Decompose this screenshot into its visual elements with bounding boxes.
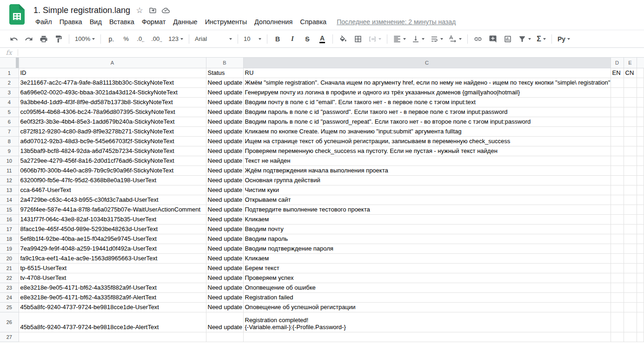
row-header-5[interactable]: 5: [0, 107, 19, 117]
row-header-13[interactable]: 13: [0, 185, 19, 195]
row-header-23[interactable]: 23: [0, 283, 19, 292]
row-header-2[interactable]: 2: [0, 78, 19, 87]
cell-F9[interactable]: [637, 146, 644, 156]
cell-A13[interactable]: cca-6467-UserText: [19, 185, 206, 195]
cell-B15[interactable]: Need update: [206, 205, 243, 214]
insert-comment-button[interactable]: [487, 33, 499, 45]
cell-A15[interactable]: 9726f4ee-587e-441a-87f8-fa6a0275b07e-Wai…: [19, 205, 206, 214]
font-family-select[interactable]: Arial: [193, 33, 233, 45]
cell-C4[interactable]: Вводим почту в поле с id "email". Если т…: [243, 97, 611, 107]
cell-A18[interactable]: 5ef8b1f4-92be-40ba-ae15-f04a295e9745-Use…: [19, 234, 206, 244]
last-edited-link[interactable]: Последнее изменение: 2 минуты назад: [337, 18, 456, 26]
cell-F26[interactable]: [637, 312, 644, 332]
row-header-19[interactable]: 19: [0, 244, 19, 253]
cell-F18[interactable]: [637, 234, 644, 244]
cell-E11[interactable]: [624, 165, 637, 175]
star-icon[interactable]: ☆: [134, 5, 145, 16]
column-header-C[interactable]: C: [243, 58, 611, 68]
cell-D14[interactable]: [611, 195, 624, 205]
cell-A23[interactable]: e8e3218e-9e05-4171-bf62-4a335f882a9f-Use…: [19, 283, 206, 292]
italic-button[interactable]: I: [286, 33, 299, 45]
cell-C24[interactable]: Registration failed: [243, 292, 611, 302]
cell-F13[interactable]: [637, 185, 644, 195]
cell-C23[interactable]: Опопвещение об ошибке: [243, 283, 611, 292]
cell-D12[interactable]: [611, 175, 624, 185]
cell-E6[interactable]: [624, 117, 637, 126]
column-header-A[interactable]: A: [19, 58, 206, 68]
cell-C17[interactable]: Вводим почту: [243, 224, 611, 234]
cell-A21[interactable]: tp-6515-UserText: [19, 263, 206, 273]
cell-A14[interactable]: 2a4729be-c63c-4c43-b955-c30fd3c7aabd-Use…: [19, 195, 206, 205]
cell-E9[interactable]: [624, 146, 637, 156]
cell-B8[interactable]: Need update: [206, 136, 243, 146]
row-header-16[interactable]: 16: [0, 214, 19, 224]
cell-D9[interactable]: [611, 146, 624, 156]
menu-item-Формат[interactable]: Формат: [138, 17, 170, 27]
strikethrough-button[interactable]: S: [301, 33, 313, 45]
cell-F12[interactable]: [637, 175, 644, 185]
cell-C25[interactable]: Оповещение об успешной регистрации: [243, 302, 611, 312]
row-header-24[interactable]: 24: [0, 292, 19, 302]
cell-C14[interactable]: Открываем сайт: [243, 195, 611, 205]
row-header-6[interactable]: 6: [0, 117, 19, 126]
cell-F17[interactable]: [637, 224, 644, 234]
cell-B14[interactable]: Need update: [206, 195, 243, 205]
cell-E27[interactable]: [624, 332, 637, 342]
cell-E26[interactable]: [624, 312, 637, 332]
zoom-select[interactable]: 100%: [73, 33, 96, 45]
cell-C20[interactable]: Кликаем: [243, 253, 611, 263]
cell-D5[interactable]: [611, 107, 624, 117]
cell-F21[interactable]: [637, 263, 644, 273]
cell-F16[interactable]: [637, 214, 644, 224]
formula-input[interactable]: [18, 48, 644, 57]
cell-A17[interactable]: 8facc19e-465f-450d-989e-5293be48263d-Use…: [19, 224, 206, 234]
cell-F20[interactable]: [637, 253, 644, 263]
cell-D2[interactable]: [611, 78, 624, 87]
cell-D10[interactable]: [611, 156, 624, 165]
insert-link-button[interactable]: [472, 33, 484, 45]
cell-A22[interactable]: tv-4708-UserText: [19, 273, 206, 283]
cell-A5[interactable]: cc095f64-4b68-4306-bc24-78a96d807395-Sti…: [19, 107, 206, 117]
menu-item-Справка[interactable]: Справка: [296, 17, 330, 27]
menu-item-Данные[interactable]: Данные: [169, 17, 201, 27]
row-header-8[interactable]: 8: [0, 136, 19, 146]
cell-A24[interactable]: e8e3218e-9e05-4171-bf62-4a335f882a9f-Ale…: [19, 292, 206, 302]
cell-A26[interactable]: 45b5a8fc-9240-4737-9724-be9818cce1de-Ale…: [19, 312, 206, 332]
row-header-4[interactable]: 4: [0, 97, 19, 107]
move-to-folder-icon[interactable]: [147, 5, 158, 16]
increase-decimal-button[interactable]: .00→: [150, 33, 164, 45]
bold-button[interactable]: B: [272, 33, 284, 45]
more-formats-button[interactable]: 123: [167, 33, 185, 45]
text-rotation-button[interactable]: [447, 33, 463, 45]
cell-D24[interactable]: [611, 292, 624, 302]
cell-F22[interactable]: [637, 273, 644, 283]
cell-C19[interactable]: Вводим подтверждение пароля: [243, 244, 611, 253]
cell-E19[interactable]: [624, 244, 637, 253]
cell-B18[interactable]: Need update: [206, 234, 243, 244]
cell-B20[interactable]: Need update: [206, 253, 243, 263]
cell-E2[interactable]: [624, 78, 637, 87]
cell-D11[interactable]: [611, 165, 624, 175]
column-header-E[interactable]: E: [624, 58, 637, 68]
cell-D1[interactable]: EN: [611, 68, 624, 78]
cell-C2[interactable]: Жмём "simple registration". Сначала ищем…: [243, 78, 611, 87]
text-color-button[interactable]: A: [316, 33, 328, 45]
format-currency-button[interactable]: р.: [105, 33, 117, 45]
cloud-saved-icon[interactable]: [160, 5, 171, 16]
row-header-25[interactable]: 25: [0, 302, 19, 312]
cell-E14[interactable]: [624, 195, 637, 205]
row-header-14[interactable]: 14: [0, 195, 19, 205]
cell-D23[interactable]: [611, 283, 624, 292]
cell-C18[interactable]: Вводим пароль: [243, 234, 611, 244]
cell-B13[interactable]: Need update: [206, 185, 243, 195]
cell-C12[interactable]: Основная группа действий: [243, 175, 611, 185]
font-size-select[interactable]: 10: [242, 33, 263, 45]
cell-A19[interactable]: 7ea99429-fe9f-4048-a259-19441d0f492a-Use…: [19, 244, 206, 253]
row-header-1[interactable]: 1: [0, 68, 19, 78]
cell-B10[interactable]: Need update: [206, 156, 243, 165]
cell-E15[interactable]: [624, 205, 637, 214]
cell-F5[interactable]: [637, 107, 644, 117]
cell-B25[interactable]: Need update: [206, 302, 243, 312]
cell-E8[interactable]: [624, 136, 637, 146]
cell-E17[interactable]: [624, 224, 637, 234]
